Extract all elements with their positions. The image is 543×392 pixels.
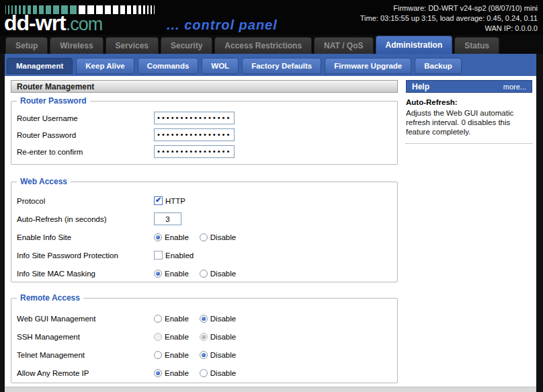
mac-masking-enable-label: Enable [165, 270, 189, 278]
web-gui-disable-radio[interactable] [200, 315, 208, 323]
any-remote-ip-disable-label: Disable [210, 369, 236, 377]
router-password-label: Router Password [17, 131, 154, 139]
subtab-wol[interactable]: WOL [202, 58, 239, 74]
info-site-password-option-label: Enabled [165, 251, 194, 260]
protocol-label: Protocol [17, 197, 154, 205]
enable-info-site-row: Enable Info Site Enable Disable [11, 228, 397, 246]
tab-nat-qos[interactable]: NAT / QoS [314, 37, 373, 54]
router-password-input[interactable] [154, 128, 235, 141]
mac-masking-disable-radio[interactable] [200, 270, 208, 278]
ssh-disable-label: Disable [210, 333, 236, 341]
any-remote-ip-enable-radio[interactable] [154, 369, 162, 377]
tab-wireless[interactable]: Wireless [50, 37, 103, 54]
ddwrt-control-panel: dd-wrt.com ... control panel Firmware: D… [0, 0, 543, 392]
router-password-row: Router Password [11, 126, 397, 143]
reenter-password-input[interactable] [154, 145, 235, 158]
main-content: Router Management Router Password Router… [5, 76, 536, 392]
tab-security[interactable]: Security [161, 37, 212, 54]
protocol-row: Protocol HTTP [11, 192, 397, 210]
info-site-enable-radio[interactable] [154, 233, 162, 241]
web-access-legend: Web Access [17, 177, 71, 186]
tab-administration[interactable]: Administration [376, 36, 453, 54]
ssh-disable-radio [200, 333, 208, 341]
enable-info-site-label: Enable Info Site [17, 233, 154, 241]
help-text: Adjusts the Web GUI automatic refresh in… [406, 108, 532, 136]
telnet-management-row: Telnet Management Enable Disable [11, 346, 397, 364]
router-password-section: Router Password Router Username Router P… [11, 101, 398, 165]
tagline: ... control panel [167, 17, 278, 33]
web-gui-management-label: Web GUI Management [17, 315, 154, 323]
router-username-label: Router Username [17, 114, 154, 122]
main-nav-tabs: Setup Wireless Services Security Access … [0, 35, 543, 54]
reenter-password-label: Re-enter to confirm [17, 148, 154, 156]
web-gui-enable-label: Enable [165, 315, 189, 323]
help-panel-header: Help more... [406, 80, 532, 93]
http-checkbox[interactable] [154, 196, 163, 205]
telnet-disable-radio[interactable] [200, 351, 208, 359]
subtab-backup[interactable]: Backup [415, 58, 462, 74]
page-title: Router Management [11, 80, 398, 93]
logo: dd-wrt.com [4, 11, 102, 36]
mac-masking-enable-radio[interactable] [154, 270, 162, 278]
ssh-management-label: SSH Management [17, 333, 154, 341]
logo-suffix: .com [66, 14, 103, 34]
info-site-disable-label: Disable [210, 233, 236, 241]
web-gui-management-row: Web GUI Management Enable Disable [11, 309, 397, 327]
auto-refresh-row: Auto-Refresh (in seconds) [11, 210, 397, 228]
left-edge-strip [0, 54, 5, 392]
any-remote-ip-disable-radio[interactable] [200, 369, 208, 377]
system-info: Firmware: DD-WRT v24-sp2 (08/07/10) mini… [360, 3, 538, 34]
mac-masking-disable-label: Disable [210, 270, 236, 278]
subtab-firmware-upgrade[interactable]: Firmware Upgrade [325, 58, 411, 74]
mac-masking-label: Info Site MAC Masking [17, 270, 154, 278]
help-title: Help [412, 82, 429, 91]
http-checkbox-label: HTTP [165, 197, 185, 205]
info-site-password-label: Info Site Password Protection [17, 251, 154, 260]
wan-ip: WAN IP: 0.0.0.0 [360, 24, 538, 34]
router-password-legend: Router Password [17, 96, 90, 106]
subtab-factory-defaults[interactable]: Factory Defaults [242, 58, 321, 74]
any-remote-ip-enable-label: Enable [165, 369, 189, 377]
telnet-enable-radio[interactable] [154, 351, 162, 359]
info-site-enable-label: Enable [165, 233, 189, 241]
mac-masking-row: Info Site MAC Masking Enable Disable [11, 264, 397, 282]
right-edge-strip [536, 54, 543, 392]
auto-refresh-label: Auto-Refresh (in seconds) [17, 215, 154, 223]
ssh-management-row: SSH Management Enable Disable [11, 327, 397, 346]
tab-services[interactable]: Services [106, 37, 159, 54]
help-topic: Auto-Refresh: [406, 98, 458, 106]
allow-any-remote-ip-row: Allow Any Remote IP Enable Disable [11, 364, 397, 382]
help-more-link[interactable]: more... [503, 83, 526, 91]
ssh-enable-label: Enable [165, 333, 189, 341]
telnet-enable-label: Enable [165, 351, 189, 359]
auto-refresh-input[interactable] [154, 212, 181, 225]
header: dd-wrt.com ... control panel Firmware: D… [0, 0, 543, 35]
remote-access-legend: Remote Access [17, 293, 83, 303]
help-separator [406, 143, 532, 144]
tab-setup[interactable]: Setup [5, 37, 48, 54]
ssh-enable-radio [154, 333, 162, 341]
allow-any-remote-ip-label: Allow Any Remote IP [17, 369, 154, 377]
telnet-disable-label: Disable [210, 351, 236, 359]
info-site-password-checkbox[interactable] [154, 251, 163, 260]
telnet-management-label: Telnet Management [17, 351, 154, 359]
subtab-commands[interactable]: Commands [138, 58, 199, 74]
web-gui-disable-label: Disable [210, 315, 236, 323]
router-username-input[interactable] [154, 112, 235, 124]
subtab-management[interactable]: Management [7, 58, 73, 74]
subtab-keep-alive[interactable]: Keep Alive [76, 58, 134, 74]
bottom-band [5, 387, 536, 392]
logo-main: dd-wrt [4, 11, 66, 35]
web-gui-enable-radio[interactable] [154, 315, 162, 323]
router-username-row: Router Username [11, 110, 397, 126]
remote-access-section: Remote Access Web GUI Management Enable … [11, 298, 398, 383]
info-site-password-row: Info Site Password Protection Enabled [11, 246, 397, 264]
tab-status[interactable]: Status [454, 37, 499, 54]
uptime-load: Time: 03:15:55 up 3:15, load average: 0.… [360, 13, 538, 24]
tab-access-restrictions[interactable]: Access Restrictions [214, 37, 312, 54]
reenter-password-row: Re-enter to confirm [11, 143, 397, 160]
firmware-version: Firmware: DD-WRT v24-sp2 (08/07/10) mini [360, 3, 538, 13]
sub-nav-tabs: Management Keep Alive Commands WOL Facto… [0, 54, 543, 76]
web-access-section: Web Access Protocol HTTP Auto-Refresh (i… [11, 182, 398, 282]
info-site-disable-radio[interactable] [200, 233, 208, 241]
